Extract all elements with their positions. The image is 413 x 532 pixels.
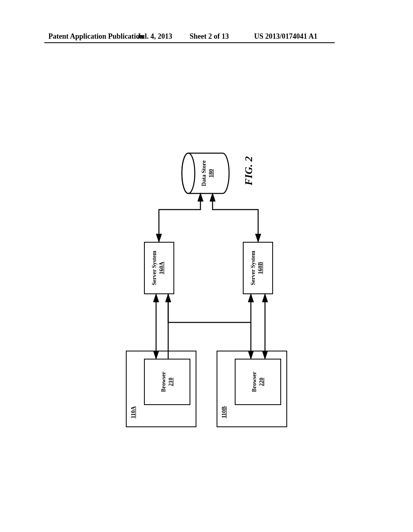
server-b-label: Server System 160B xyxy=(250,242,264,294)
client-b-outer-ref: 110B xyxy=(221,402,228,422)
figure-caption: FIG. 2 xyxy=(243,156,255,185)
header-rule xyxy=(44,42,335,43)
svg-point-0 xyxy=(182,153,195,193)
data-store-label: Data Store 180 xyxy=(200,153,215,193)
header-pubno: US 2013/0174041 A1 xyxy=(254,32,317,41)
figure-2-canvas: 110A Browser 210 110B Browser 220 Server… xyxy=(122,137,291,427)
client-b-browser-label: Browser 220 xyxy=(251,359,265,405)
client-a-browser-label: Browser 210 xyxy=(160,359,174,405)
header-date: Jul. 4, 2013 xyxy=(137,32,172,41)
header-sheet: Sheet 2 of 13 xyxy=(190,32,229,41)
client-a-outer-ref: 110A xyxy=(130,402,137,422)
svg-point-1 xyxy=(182,153,195,193)
server-a-label: Server System 160A xyxy=(151,242,165,294)
header-left: Patent Application Publication xyxy=(48,32,144,41)
